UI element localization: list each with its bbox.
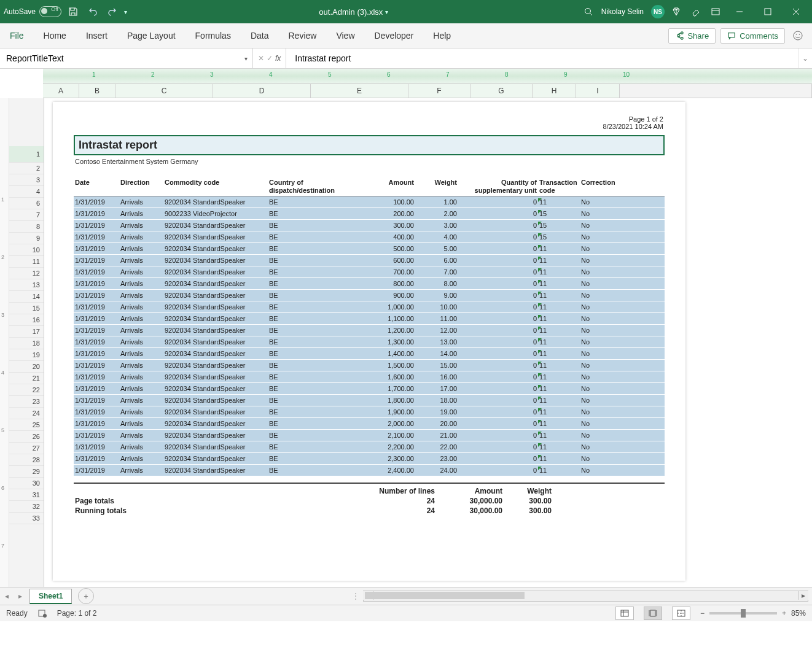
row-header[interactable]: 7 (9, 209, 44, 221)
tab-file[interactable]: File (6, 27, 28, 44)
accept-formula-icon[interactable]: ✓ (267, 54, 273, 63)
row-header[interactable]: 28 (9, 454, 44, 466)
column-header[interactable]: B (79, 84, 115, 98)
sheet-nav-prev-icon[interactable]: ◂ (0, 592, 14, 600)
row-header[interactable]: 10 (9, 244, 44, 256)
table-row[interactable]: 1/31/2019Arrivals9202034 StandardSpeaker… (74, 313, 665, 325)
zoom-slider[interactable] (709, 612, 777, 615)
ribbon-display-icon[interactable] (708, 4, 724, 20)
tab-home[interactable]: Home (40, 27, 70, 44)
column-headers[interactable]: ABCDEFGHI (43, 84, 812, 98)
tab-formulas[interactable]: Formulas (192, 27, 235, 44)
row-header[interactable]: 25 (9, 419, 44, 431)
row-header[interactable]: 3 (9, 174, 44, 186)
minimize-button[interactable] (727, 0, 752, 23)
share-button[interactable]: Share (668, 28, 716, 44)
tab-review[interactable]: Review (285, 27, 321, 44)
autosave-toggle[interactable]: AutoSave Off (4, 6, 61, 17)
cancel-formula-icon[interactable]: ✕ (258, 54, 264, 63)
table-row[interactable]: 1/31/2019Arrivals9202034 StandardSpeaker… (74, 278, 665, 290)
feedback-smile-icon[interactable] (790, 28, 806, 44)
row-header[interactable]: 13 (9, 279, 44, 291)
report-title-cell[interactable]: Intrastat report (74, 135, 665, 155)
table-row[interactable]: 1/31/2019Arrivals9202034 StandardSpeaker… (74, 220, 665, 231)
macro-record-icon[interactable] (37, 608, 47, 618)
row-header[interactable]: 18 (9, 338, 44, 349)
table-row[interactable]: 1/31/2019Arrivals9202034 StandardSpeaker… (74, 348, 665, 360)
row-header[interactable]: 15 (9, 303, 44, 314)
row-header[interactable]: 33 (9, 513, 44, 524)
column-header[interactable]: A (43, 84, 79, 98)
row-headers[interactable]: 1234678910111213141516171819202122232425… (9, 98, 44, 587)
row-header[interactable]: 19 (9, 349, 44, 361)
row-header[interactable]: 14 (9, 291, 44, 303)
row-header[interactable]: 16 (9, 314, 44, 326)
row-header[interactable]: 4 (9, 186, 44, 198)
row-header[interactable]: 22 (9, 384, 44, 396)
row-header[interactable]: 2 (9, 163, 44, 174)
add-sheet-icon[interactable]: ＋ (78, 588, 94, 604)
redo-icon[interactable] (104, 4, 120, 20)
view-page-layout-icon[interactable] (644, 607, 662, 620)
row-header[interactable]: 12 (9, 268, 44, 279)
search-icon[interactable] (580, 4, 596, 20)
column-header[interactable]: D (213, 84, 311, 98)
table-row[interactable]: 1/31/2019Arrivals9202034 StandardSpeaker… (74, 196, 665, 208)
row-header[interactable]: 20 (9, 361, 44, 373)
table-row[interactable]: 1/31/2019Arrivals9202034 StandardSpeaker… (74, 290, 665, 301)
eraser-icon[interactable] (688, 4, 704, 20)
table-row[interactable]: 1/31/2019Arrivals9002233 VideoProjectorB… (74, 208, 665, 220)
split-handle-icon[interactable]: ⋮ (352, 592, 359, 600)
user-avatar[interactable]: NS (651, 5, 665, 18)
zoom-level[interactable]: 85% (791, 609, 806, 618)
row-header[interactable]: 29 (9, 466, 44, 478)
formula-input-wrap[interactable] (286, 48, 798, 68)
row-header[interactable]: 21 (9, 373, 44, 384)
tab-insert[interactable]: Insert (82, 27, 111, 44)
title-dropdown-icon[interactable]: ▾ (385, 9, 388, 15)
row-header[interactable]: 6 (9, 198, 44, 209)
table-row[interactable]: 1/31/2019Arrivals9202034 StandardSpeaker… (74, 418, 665, 430)
scroll-right-icon[interactable]: ▸ (798, 591, 808, 600)
row-header[interactable]: 32 (9, 501, 44, 513)
undo-icon[interactable] (85, 4, 101, 20)
name-box[interactable]: ▾ (0, 48, 253, 68)
table-row[interactable]: 1/31/2019Arrivals9202034 StandardSpeaker… (74, 325, 665, 336)
table-row[interactable]: 1/31/2019Arrivals9202034 StandardSpeaker… (74, 301, 665, 313)
table-row[interactable]: 1/31/2019Arrivals9202034 StandardSpeaker… (74, 255, 665, 266)
table-row[interactable]: 1/31/2019Arrivals9202034 StandardSpeaker… (74, 371, 665, 383)
expand-formula-bar-icon[interactable]: ⌄ (798, 48, 812, 68)
table-row[interactable]: 1/31/2019Arrivals9202034 StandardSpeaker… (74, 406, 665, 418)
table-row[interactable]: 1/31/2019Arrivals9202034 StandardSpeaker… (74, 430, 665, 441)
view-page-break-icon[interactable] (672, 607, 690, 620)
table-row[interactable]: 1/31/2019Arrivals9202034 StandardSpeaker… (74, 360, 665, 371)
tab-developer[interactable]: Developer (371, 27, 418, 44)
column-header[interactable]: E (311, 84, 408, 98)
row-header[interactable]: 8 (9, 221, 44, 233)
row-header[interactable]: 1 (9, 146, 44, 163)
row-header[interactable]: 31 (9, 489, 44, 501)
row-header[interactable]: 17 (9, 326, 44, 338)
sheet-nav-next-icon[interactable]: ▸ (14, 592, 27, 600)
scrollbar-thumb[interactable] (365, 592, 525, 599)
table-row[interactable]: 1/31/2019Arrivals9202034 StandardSpeaker… (74, 395, 665, 406)
column-header[interactable]: C (115, 84, 213, 98)
table-row[interactable]: 1/31/2019Arrivals9202034 StandardSpeaker… (74, 336, 665, 348)
tab-help[interactable]: Help (429, 27, 455, 44)
name-box-input[interactable] (5, 53, 210, 64)
row-header[interactable]: 30 (9, 478, 44, 489)
zoom-in-icon[interactable]: + (782, 609, 786, 618)
tab-page-layout[interactable]: Page Layout (123, 27, 179, 44)
zoom-out-icon[interactable]: − (700, 609, 705, 618)
table-row[interactable]: 1/31/2019Arrivals9202034 StandardSpeaker… (74, 266, 665, 278)
save-icon[interactable] (65, 4, 81, 20)
comments-button[interactable]: Comments (720, 28, 785, 44)
table-row[interactable]: 1/31/2019Arrivals9202034 StandardSpeaker… (74, 383, 665, 395)
table-row[interactable]: 1/31/2019Arrivals9202034 StandardSpeaker… (74, 243, 665, 255)
view-normal-icon[interactable] (615, 607, 634, 620)
qat-customize-icon[interactable]: ▾ (124, 9, 127, 15)
table-row[interactable]: 1/31/2019Arrivals9202034 StandardSpeaker… (74, 465, 665, 476)
row-header[interactable]: 9 (9, 233, 44, 244)
table-row[interactable]: 1/31/2019Arrivals9202034 StandardSpeaker… (74, 441, 665, 453)
column-header[interactable]: I (576, 84, 620, 98)
